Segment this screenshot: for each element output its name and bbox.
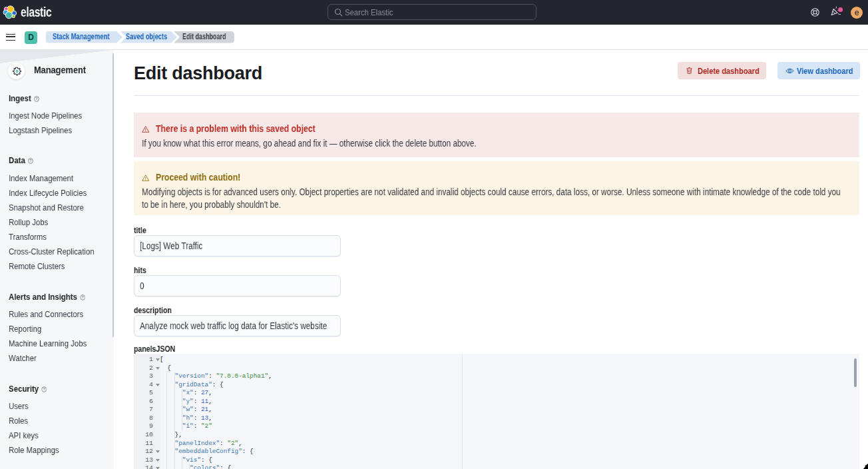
svg-text:?: ? [43,387,46,391]
svg-text:?: ? [35,97,38,101]
svg-text:?: ? [82,295,85,299]
svg-text:?: ? [30,159,33,163]
